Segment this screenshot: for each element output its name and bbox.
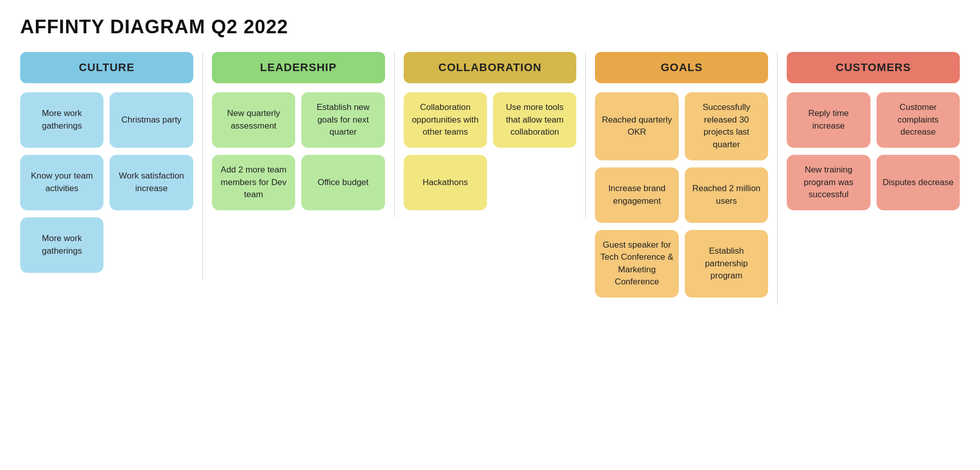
collaboration-row-0: Collaboration opportunities with other t…	[404, 92, 577, 148]
goals-header: GOALS	[595, 52, 768, 83]
customers-row-0: Reply time increaseCustomer complaints d…	[787, 92, 960, 148]
leadership-card-1-1: Office budget	[301, 155, 385, 210]
customers-card-1-0: New training program was successful	[787, 155, 870, 210]
customers-card-1-1: Disputes decrease	[877, 155, 960, 210]
culture-card-1-1: Work satisfaction increase	[110, 155, 193, 210]
leadership-card-0-0: New quarterly assessment	[212, 92, 295, 148]
collaboration-header: COLLABORATION	[404, 52, 577, 83]
page-title: AFFINTY DIAGRAM Q2 2022	[20, 16, 960, 38]
leadership-card-1-0: Add 2 more team members for Dev team	[212, 155, 295, 210]
leadership-header: LEADERSHIP	[212, 52, 385, 83]
culture-card-0-0: More work gatherings	[20, 92, 103, 148]
goals-card-0-1: Successfully released 30 projects last q…	[685, 92, 768, 160]
collaboration-card-1-0: Hackathons	[404, 155, 487, 210]
column-goals: GOALSReached quarterly OKRSuccessfully r…	[586, 52, 778, 305]
collaboration-row-1: Hackathons	[404, 155, 577, 210]
goals-row-2: Guest speaker for Tech Conference & Mark…	[595, 230, 768, 298]
collaboration-card-0-0: Collaboration opportunities with other t…	[404, 92, 487, 148]
customers-row-1: New training program was successfulDispu…	[787, 155, 960, 210]
leadership-card-0-1: Establish new goals for next quarter	[301, 92, 385, 148]
affinity-diagram: CULTUREMore work gatheringsChristmas par…	[20, 52, 960, 305]
culture-card-0-1: Christmas party	[110, 92, 193, 148]
column-collaboration: COLLABORATIONCollaboration opportunities…	[395, 52, 586, 217]
culture-row-1: Know your team activitiesWork satisfacti…	[20, 155, 193, 210]
culture-row-2: More work gatherings	[20, 217, 193, 273]
leadership-row-0: New quarterly assessmentEstablish new go…	[212, 92, 385, 148]
culture-header: CULTURE	[20, 52, 193, 83]
leadership-row-1: Add 2 more team members for Dev teamOffi…	[212, 155, 385, 210]
culture-card-1-0: Know your team activities	[20, 155, 103, 210]
collaboration-card-0-1: Use more tools that allow team collabora…	[493, 92, 576, 148]
goals-card-1-1: Reached 2 million users	[685, 167, 768, 223]
customers-card-0-0: Reply time increase	[787, 92, 870, 148]
goals-row-0: Reached quarterly OKRSuccessfully releas…	[595, 92, 768, 160]
culture-row-0: More work gatheringsChristmas party	[20, 92, 193, 148]
goals-card-0-0: Reached quarterly OKR	[595, 92, 678, 160]
goals-row-1: Increase brand engagementReached 2 milli…	[595, 167, 768, 223]
goals-card-2-1: Establish partnership program	[685, 230, 768, 298]
customers-card-0-1: Customer complaints decrease	[877, 92, 960, 148]
column-customers: CUSTOMERSReply time increaseCustomer com…	[778, 52, 960, 217]
customers-header: CUSTOMERS	[787, 52, 960, 83]
goals-card-1-0: Increase brand engagement	[595, 167, 678, 223]
goals-card-2-0: Guest speaker for Tech Conference & Mark…	[595, 230, 678, 298]
column-leadership: LEADERSHIPNew quarterly assessmentEstabl…	[203, 52, 395, 217]
column-culture: CULTUREMore work gatheringsChristmas par…	[20, 52, 203, 280]
culture-card-2-0: More work gatherings	[20, 217, 103, 273]
